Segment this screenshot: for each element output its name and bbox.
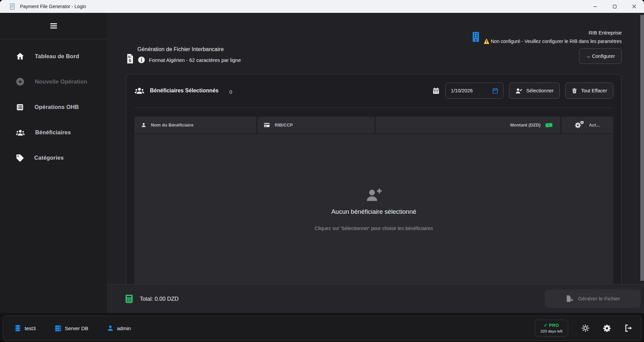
selection-card-header: Bénéficiaires Sélectionnés 0 1/10/2026 [126, 74, 621, 108]
main-content: $ Génération de Fichier Interbancaire Fo… [107, 13, 644, 313]
vertical-scrollbar[interactable] [640, 15, 644, 281]
sidebar-item-categories[interactable]: Catégories [0, 145, 107, 170]
sidebar-item-label: Tableau de Bord [35, 53, 79, 60]
maximize-button[interactable] [605, 0, 624, 13]
pro-label: ✓ PRO [540, 323, 562, 328]
window-controls [585, 0, 644, 13]
empty-title: Aucun bénéficiaire sélectionné [331, 208, 416, 215]
status-bar-region: test3 Server DB admin ✓ PRO 320 days lef… [0, 313, 644, 342]
sidebar-item-label: Bénéficiaires [35, 129, 71, 136]
calendar-icon [432, 87, 440, 95]
clear-all-button-label: Tout Effacer [581, 88, 607, 93]
beneficiaries-icon [134, 86, 145, 96]
close-icon [632, 4, 636, 8]
trash-icon [571, 87, 578, 94]
menu-toggle-button[interactable] [0, 13, 107, 39]
info-icon [137, 56, 146, 64]
list-icon [16, 103, 24, 112]
database-status: test3 [14, 324, 36, 332]
minimize-button[interactable] [585, 0, 605, 13]
selected-count: 0 [229, 87, 232, 95]
pro-days-left: 320 days left [540, 329, 562, 333]
date-input[interactable]: 1/10/2026 [445, 83, 504, 99]
rib-title: RIB Entreprise [484, 30, 622, 36]
total-label: Total: 0.00 DZD [140, 296, 179, 302]
database-icon [14, 324, 22, 332]
banknote-icon [545, 121, 553, 129]
server-name: Server DB [65, 325, 88, 331]
rib-warning: ⚠️ Non configuré - Veuillez configurer l… [484, 39, 622, 44]
select-button[interactable]: Sélectionner [509, 83, 560, 99]
invoice-file-icon: $ [126, 53, 134, 64]
user-check-icon [515, 87, 523, 95]
user-icon [141, 122, 147, 128]
column-header-rib: RIB/CCP [258, 117, 375, 133]
credit-card-icon [263, 121, 270, 129]
user-plus-icon [365, 187, 382, 203]
column-label: Nom du Bénéficiaire [151, 122, 194, 128]
sidebar-item-beneficiaries[interactable]: Bénéficiaires [0, 120, 107, 145]
theme-toggle-button[interactable] [581, 324, 590, 333]
column-label: RIB/CCP [275, 122, 293, 128]
pro-badge[interactable]: ✓ PRO 320 days left [535, 320, 568, 337]
settings-button[interactable] [603, 324, 611, 333]
calculator-icon [124, 294, 134, 304]
sidebar: Tableau de Bord Nouvelle Opération Opéra… [0, 13, 107, 313]
select-button-label: Sélectionner [526, 88, 554, 93]
total-bar: Total: 0.00 DZD Générer le Fichier [107, 284, 644, 313]
user-status: admin [107, 324, 131, 332]
card-divider [134, 108, 613, 108]
clear-all-button[interactable]: Tout Effacer [565, 83, 613, 99]
user-name: admin [117, 325, 131, 331]
gears-icon [575, 121, 584, 129]
page-title: Génération de Fichier Interbancaire [137, 46, 241, 52]
card-title: Bénéficiaires Sélectionnés [150, 88, 219, 94]
hamburger-icon [49, 22, 58, 30]
empty-state: Aucun bénéficiaire sélectionné Cliquez s… [134, 134, 613, 284]
titlebar: Payment File Generator - Login [0, 0, 644, 13]
column-header-amount: Montant (DZD) [376, 117, 560, 133]
building-icon [472, 32, 480, 42]
sidebar-item-operations-ohb[interactable]: Opérations OHB [0, 94, 107, 120]
page-header: $ Génération de Fichier Interbancaire Fo… [107, 13, 644, 64]
svg-text:$: $ [129, 59, 131, 63]
logout-icon [624, 324, 633, 333]
sidebar-item-new-operation[interactable]: Nouvelle Opération [0, 69, 107, 94]
sidebar-item-label: Opérations OHB [35, 104, 79, 110]
plus-circle-icon [16, 77, 25, 86]
sidebar-item-label: Catégories [34, 155, 64, 161]
maximize-icon [613, 5, 617, 8]
database-name: test3 [25, 325, 36, 331]
column-header-actions: Act... [561, 117, 613, 133]
server-icon [54, 324, 62, 332]
empty-hint: Cliquez sur 'Sélectionner' pour choisir … [315, 226, 433, 231]
logout-button[interactable] [624, 324, 633, 333]
window-title: Payment File Generator - Login [20, 4, 86, 9]
sidebar-item-dashboard[interactable]: Tableau de Bord [0, 44, 107, 69]
format-subtitle: Format Algérien - 62 caractères par lign… [149, 57, 241, 63]
server-status: Server DB [54, 324, 88, 332]
column-label: Montant (DZD) [510, 122, 541, 128]
minimize-icon [593, 5, 597, 8]
app-icon [9, 3, 16, 10]
table-header: Nom du Bénéficiaire RIB/CCP Montant (DZD… [134, 117, 613, 133]
generate-button[interactable]: Générer le Fichier [545, 290, 641, 308]
users-icon [16, 128, 25, 137]
app-window: Payment File Generator - Login Tabl [0, 0, 644, 342]
column-label: Act... [589, 122, 600, 128]
generate-button-label: Générer le Fichier [578, 296, 620, 302]
date-value: 1/10/2026 [451, 88, 473, 93]
person-icon [107, 324, 114, 332]
sidebar-item-label: Nouvelle Opération [35, 78, 87, 85]
sun-icon [581, 324, 590, 333]
configure-button[interactable]: → Configurer [579, 48, 622, 64]
column-header-name: Nom du Bénéficiaire [134, 117, 257, 133]
tag-icon [16, 154, 24, 162]
selection-card: Bénéficiaires Sélectionnés 0 1/10/2026 [126, 74, 622, 284]
gear-icon [603, 324, 611, 333]
close-button[interactable] [624, 0, 644, 13]
calendar-picker-icon[interactable] [492, 87, 499, 94]
status-bar: test3 Server DB admin ✓ PRO 320 days lef… [3, 316, 641, 341]
sidebar-nav: Tableau de Bord Nouvelle Opération Opéra… [0, 39, 107, 170]
file-export-icon [565, 295, 574, 303]
